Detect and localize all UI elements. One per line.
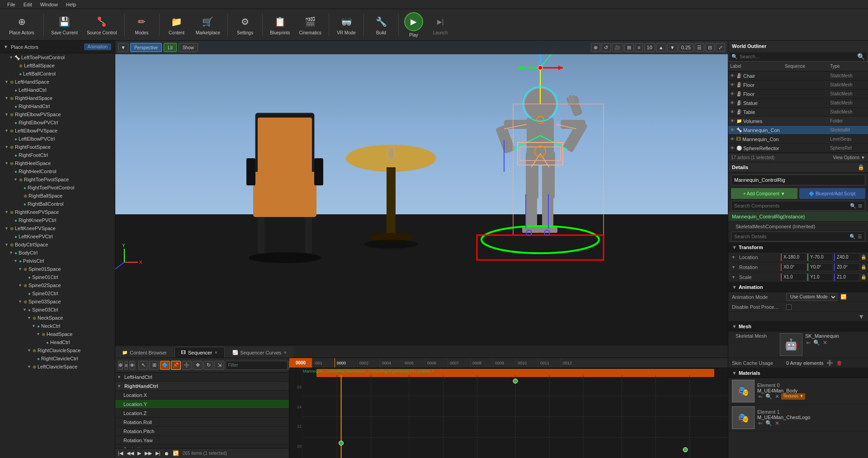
tree-item-19[interactable]: ●RightBallControl xyxy=(0,200,115,208)
mesh-browse-btn[interactable]: ⇐ xyxy=(805,340,811,346)
vp-nav-btn[interactable]: ▼ xyxy=(118,43,128,52)
search-details-input[interactable] xyxy=(734,234,848,239)
wo-item-0[interactable]: 👁🗿ChairStaticMesh xyxy=(728,71,868,80)
tree-item-35[interactable]: ▼⊕HeadSpace xyxy=(0,330,115,338)
tree-item-25[interactable]: ▼●BodyCtrl xyxy=(0,249,115,257)
animation-section-header[interactable]: ▼ Animation xyxy=(728,282,868,292)
perspective-btn[interactable]: Perspective xyxy=(130,43,162,52)
rotation-y-field[interactable]: Y 0.0° xyxy=(807,263,833,271)
curves-tab-close[interactable]: ✕ xyxy=(283,350,287,355)
tree-item-30[interactable]: ●Spine02Ctrl xyxy=(0,289,115,297)
tree-item-26[interactable]: ▼●PelvisCtrl xyxy=(0,257,115,265)
blueprint-add-script-btn[interactable]: 🔷 Blueprint/Add Script xyxy=(799,188,866,199)
vp-tool-4[interactable]: ⊞ xyxy=(624,43,634,52)
wo-item-1[interactable]: 👁🗿FloorStaticMesh xyxy=(728,80,868,90)
vp-cam-speed[interactable]: 0.25 xyxy=(679,43,693,52)
vp-tool-1[interactable]: ⊕ xyxy=(591,43,600,52)
menu-help[interactable]: Help xyxy=(62,2,80,7)
tree-item-13[interactable]: ●RightFootCtrl xyxy=(0,151,115,159)
tree-item-5[interactable]: ●LeftHandCtrl xyxy=(0,86,115,94)
seq-tool-eye[interactable]: 👁 xyxy=(129,361,135,370)
viewport[interactable]: ▼ Perspective Lit Show ⊕ ↺ 🎥 ⊞ ≡ 10 ▲ ▼ … xyxy=(115,41,728,345)
mat-0-clear[interactable]: ✕ xyxy=(774,393,780,400)
mat-1-clear[interactable]: ✕ xyxy=(774,420,780,426)
wo-item-8[interactable]: 👁⚪SphereReflectorSphereRef xyxy=(728,144,868,153)
seq-skip-end[interactable]: ▶| xyxy=(156,450,160,456)
tree-item-23[interactable]: ●LeftKneePVCtrl xyxy=(0,232,115,241)
tree-item-32[interactable]: ▼●Spine03Ctrl xyxy=(0,306,115,314)
animation-tab[interactable]: Animation xyxy=(84,43,111,50)
vp-icon-b[interactable]: ⊟ xyxy=(705,43,715,52)
lit-btn[interactable]: Lit xyxy=(164,43,177,52)
wo-item-2[interactable]: 👁🗿FloorStaticMesh xyxy=(728,90,868,99)
tab-sequencer-curves[interactable]: 📈 Sequencer Curves ✕ xyxy=(226,347,294,358)
skin-cache-add-btn[interactable]: ➕ xyxy=(826,360,834,366)
materials-section-header[interactable]: ▼ Materials xyxy=(728,368,868,378)
tree-item-7[interactable]: ●RightHandCtrl xyxy=(0,102,115,110)
mesh-search-btn[interactable]: 🔍 xyxy=(812,340,821,346)
blueprints-btn[interactable]: 📋 Blueprints xyxy=(266,11,293,39)
rotation-lock[interactable]: 🔒 xyxy=(861,264,866,269)
tree-item-28[interactable]: ●Spine01Ctrl xyxy=(0,273,115,281)
track-item-6[interactable]: Rotation.Roll xyxy=(115,418,289,427)
tree-item-24[interactable]: ▼⊕BodyCtrlSpace xyxy=(0,241,115,249)
place-actors-dropdown-arrow[interactable]: ▼ xyxy=(4,44,8,49)
tree-item-9[interactable]: ●RightElbowPVCtrl xyxy=(0,118,115,127)
mesh-clear-btn[interactable]: ✕ xyxy=(822,340,828,346)
mat-0-browse[interactable]: ⇐ xyxy=(757,393,764,400)
launch-btn[interactable]: ▶| Launch xyxy=(427,11,454,39)
scale-x-field[interactable]: X 1.0 xyxy=(781,273,807,281)
anim-mode-badge[interactable]: 🔁 xyxy=(840,294,847,299)
play-button[interactable]: ▶ xyxy=(404,12,423,31)
source-control-btn[interactable]: Source Control xyxy=(83,11,121,39)
tree-item-15[interactable]: ●RightHeelControl xyxy=(0,167,115,175)
details-lock-icon[interactable]: 🔒 xyxy=(858,164,864,170)
track-item-4[interactable]: Location.Y xyxy=(115,400,289,409)
scale-y-field[interactable]: Y 1.0 xyxy=(807,273,833,281)
track-item-3[interactable]: Location.X xyxy=(115,391,289,400)
mat-1-browse[interactable]: ⇐ xyxy=(757,420,764,426)
tree-item-4[interactable]: ▼⊕LeftHandSpace xyxy=(0,78,115,86)
menu-file[interactable]: File xyxy=(4,2,19,7)
wo-search-btn[interactable]: 🔍 xyxy=(857,53,865,60)
mat-0-search[interactable]: 🔍 xyxy=(764,393,773,400)
tree-item-39[interactable]: ▼⊕LeftClavicleSpace xyxy=(0,363,115,371)
scale-z-field[interactable]: Z 1.0 xyxy=(834,273,860,281)
build-btn[interactable]: 🔧 Build xyxy=(368,11,395,39)
tree-item-33[interactable]: ▼⊕NeckSpace xyxy=(0,314,115,322)
seq-key2-tool[interactable]: 📌 xyxy=(171,361,181,370)
seq-prev-key[interactable]: ◀◀ xyxy=(127,450,134,456)
wo-item-6[interactable]: 👁🦴Mannequin_ConSkeletalM xyxy=(728,126,868,135)
tree-item-8[interactable]: ▼⊕RightElbowPVSpace xyxy=(0,110,115,118)
tree-item-3[interactable]: ●LeftBallControl xyxy=(0,70,115,78)
disable-postprocess-checkbox[interactable] xyxy=(786,304,792,310)
seq-curve-area[interactable]: Mannequin_ControlRig.Mannequin_ControlRi… xyxy=(289,368,728,458)
location-y-field[interactable]: Y -70.0 xyxy=(807,253,833,261)
seq-loop[interactable]: 🔁 xyxy=(173,450,179,456)
wo-item-4[interactable]: 👁🗿TableStaticMesh xyxy=(728,108,868,117)
seq-play-btn[interactable]: ▶ xyxy=(137,450,141,456)
vr-mode-btn[interactable]: 🥽 VR Mode xyxy=(333,11,360,39)
location-z-field[interactable]: Z 40.0 xyxy=(834,253,860,261)
wo-view-options-btn[interactable]: View Options ▼ xyxy=(833,155,865,160)
seq-scale-tool[interactable]: ⇲ xyxy=(214,361,224,370)
tab-content-browser[interactable]: 📁 Content Browser xyxy=(115,347,174,358)
menu-window[interactable]: Window xyxy=(37,2,61,7)
tree-item-10[interactable]: ▼⊕LeftElbowPVSpace xyxy=(0,127,115,135)
track-item-7[interactable]: Rotation.Pitch xyxy=(115,427,289,436)
cinematics-btn[interactable]: 🎬 Cinematics xyxy=(296,11,325,39)
location-lock[interactable]: 🔒 xyxy=(861,255,866,260)
seq-tool-transport[interactable]: ⊕ xyxy=(118,361,123,370)
search-components-grid-icon[interactable]: ⊞ xyxy=(858,203,862,209)
animation-expand-btn[interactable]: ▼ xyxy=(858,313,864,320)
vp-tool-5[interactable]: ≡ xyxy=(635,43,643,52)
rotation-z-field[interactable]: Z 0.0° xyxy=(834,263,860,271)
mat-1-search[interactable]: 🔍 xyxy=(764,420,773,426)
show-btn[interactable]: Show xyxy=(179,43,198,52)
tree-item-20[interactable]: ▼⊕RightKneePVSpace xyxy=(0,208,115,216)
tree-item-29[interactable]: ▼⊕Spine02Space xyxy=(0,281,115,289)
search-details-list-icon[interactable]: ☰ xyxy=(858,234,862,240)
anim-mode-select[interactable]: Use Custom Mode xyxy=(786,293,837,301)
vp-grid-dn[interactable]: ▼ xyxy=(667,43,678,52)
tree-item-27[interactable]: ▼⊕Spine01Space xyxy=(0,265,115,273)
